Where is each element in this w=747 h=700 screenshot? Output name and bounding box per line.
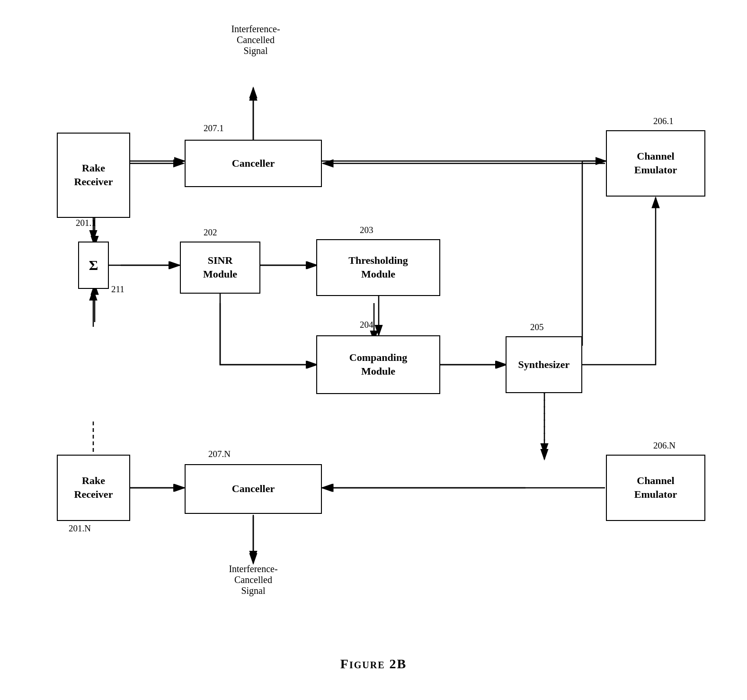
rake-receiver-bottom: Rake Receiver [57,455,130,521]
sinr-module: SINR Module [180,242,260,294]
ref-203: 203 [360,225,374,235]
ref-206-1: 206.1 [653,116,674,126]
interference-cancelled-top: Interference-CancelledSignal [204,24,308,56]
ref-207-1: 207.1 [204,123,224,134]
ref-202: 202 [204,227,217,238]
diagram: Rake Receiver 201.1 Σ 211 Canceller 207.… [28,14,720,654]
ref-204: 204 [360,320,374,330]
ref-206-n: 206.N [653,440,676,451]
interference-cancelled-bottom: Interference-CancelledSignal [196,564,310,596]
figure-caption: Figure 2B [340,656,407,672]
canceller-top: Canceller [185,140,322,187]
ref-205: 205 [530,322,544,332]
companding-module: Companding Module [316,335,440,394]
ref-201-n: 201.N [69,523,91,534]
channel-emulator-bottom: Channel Emulator [606,455,705,521]
ref-207-n: 207.N [208,449,231,459]
channel-emulator-top: Channel Emulator [606,130,705,197]
sigma-box: Σ [78,242,109,289]
thresholding-module: Thresholding Module [316,239,440,296]
rake-receiver-top: Rake Receiver [57,133,130,218]
ref-201-1: 201.1 [76,218,96,228]
synthesizer: Synthesizer [506,336,582,393]
ref-211: 211 [111,284,124,295]
canceller-bottom: Canceller [185,464,322,514]
